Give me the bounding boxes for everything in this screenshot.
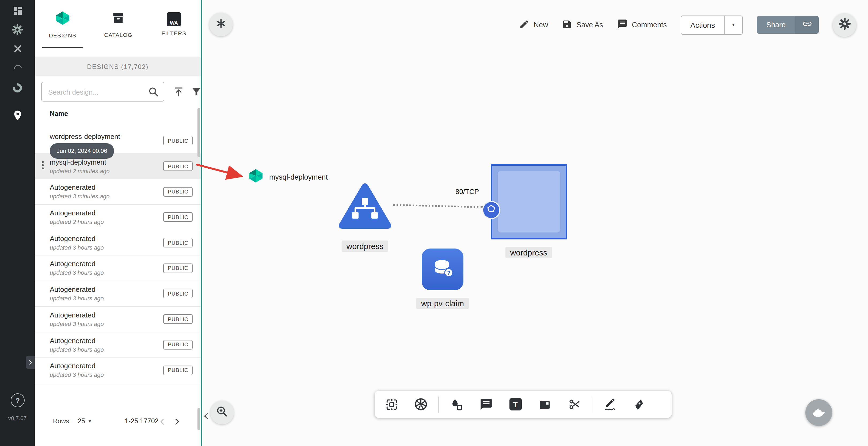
canvas-menu-button[interactable] <box>209 13 233 36</box>
new-label: New <box>533 21 548 29</box>
actions-dropdown-icon[interactable]: ▼ <box>724 15 743 34</box>
gear-icon <box>838 18 850 32</box>
wishes-button[interactable] <box>805 399 832 426</box>
comment-icon <box>617 19 628 31</box>
toolbar-divider <box>438 396 439 412</box>
text-tool-icon[interactable]: T <box>501 391 530 418</box>
visibility-badge: PUBLIC <box>163 162 193 171</box>
wordpress-service-node[interactable] <box>491 164 567 239</box>
mysql-deployment-node[interactable]: mysql-deployment <box>248 169 328 185</box>
comments-button[interactable]: Comments <box>617 19 667 31</box>
nav-rail: ? v0.7.67 <box>0 0 35 446</box>
lifecycle-icon[interactable] <box>0 58 35 75</box>
new-button[interactable]: New <box>519 19 548 31</box>
database-icon: ? <box>430 256 455 283</box>
wordpress-service-node-label[interactable]: wordpress <box>505 247 552 258</box>
design-list-item[interactable]: Autogenerated updated 3 hours ago PUBLIC <box>35 281 201 307</box>
note-tool-icon[interactable] <box>530 391 559 418</box>
lamp-icon <box>811 404 826 421</box>
meshery-logo-icon <box>55 10 71 28</box>
toolbox-icon[interactable] <box>0 40 35 57</box>
search-input[interactable] <box>47 83 148 102</box>
design-updated: updated 3 hours ago <box>50 321 104 327</box>
wordpress-service-node-body <box>498 171 560 233</box>
search-icon[interactable] <box>148 86 159 100</box>
shapes-icon[interactable] <box>442 391 471 418</box>
panel-canvas-divider <box>201 0 202 446</box>
designs-count-header: DESIGNS (17,702) <box>35 57 201 76</box>
design-name: mysql-deployment <box>50 158 106 166</box>
zoom-in-icon <box>216 405 228 420</box>
performance-icon[interactable] <box>0 79 35 96</box>
design-updated: updated 3 hours ago <box>50 295 104 302</box>
dashboard-icon[interactable] <box>0 2 35 19</box>
scissors-icon[interactable] <box>559 391 589 418</box>
component-browser-icon[interactable] <box>377 391 406 418</box>
wp-pv-claim-node-label[interactable]: wp-pv-claim <box>416 298 469 309</box>
design-name: wordpress-deployment <box>50 133 120 141</box>
canvas-topbar: New Save As Comments Actions ▼ Share <box>519 13 856 37</box>
tab-filters[interactable]: WA FILTERS <box>146 0 202 48</box>
service-edge[interactable] <box>393 204 483 208</box>
save-as-button[interactable]: Save As <box>562 19 603 31</box>
prev-page-icon[interactable] <box>157 416 168 427</box>
service-port-badge[interactable] <box>482 201 500 219</box>
catalog-icon <box>111 10 126 28</box>
rows-per-page-select[interactable]: 25 ▼ <box>78 417 92 425</box>
design-updated: updated 3 hours ago <box>50 270 104 276</box>
freehand-draw-icon[interactable] <box>595 391 624 418</box>
tab-catalog[interactable]: CATALOG <box>90 0 146 48</box>
design-updated: updated 2 hours ago <box>50 218 104 225</box>
collapse-panel-icon[interactable] <box>202 408 210 424</box>
save-as-label: Save As <box>577 21 603 29</box>
design-updated: updated 3 hours ago <box>50 244 104 251</box>
help-icon[interactable]: ? <box>11 393 25 407</box>
actions-button[interactable]: Actions <box>681 15 724 34</box>
import-design-icon[interactable] <box>172 85 186 99</box>
list-scrollbar[interactable] <box>197 108 200 157</box>
pen-icon[interactable] <box>624 391 654 418</box>
wordpress-deployment-node[interactable] <box>338 182 392 232</box>
wp-pv-claim-node[interactable]: ? <box>422 248 463 290</box>
tab-filters-label: FILTERS <box>161 30 186 36</box>
next-page-icon[interactable] <box>171 416 183 427</box>
design-list-item[interactable]: Autogenerated updated 3 hours ago PUBLIC <box>35 357 201 383</box>
search-row <box>41 82 197 103</box>
toolbar-divider <box>592 396 592 412</box>
design-name: Autogenerated <box>50 235 95 243</box>
design-list-item[interactable]: Autogenerated updated 3 hours ago PUBLIC <box>35 307 201 332</box>
design-list-item[interactable]: Autogenerated updated 3 hours ago PUBLIC <box>35 332 201 357</box>
pagination-footer: Rows 25 ▼ 1-25 17702 <box>35 413 202 430</box>
canvas-settings-button[interactable] <box>833 13 856 37</box>
design-name: Autogenerated <box>50 260 95 268</box>
date-tooltip: Jun 02, 2024 00:06 <box>50 143 114 159</box>
share-button[interactable]: Share <box>757 16 795 34</box>
settings-icon[interactable] <box>0 21 35 38</box>
tab-designs[interactable]: DESIGNS <box>35 0 90 48</box>
sidebar-expand-button[interactable] <box>26 356 35 369</box>
design-list-item[interactable]: Autogenerated updated 2 hours ago PUBLIC <box>35 205 201 230</box>
design-list-item[interactable]: Autogenerated updated 3 hours ago PUBLIC <box>35 256 201 281</box>
design-name: Autogenerated <box>50 311 95 319</box>
svg-text:?: ? <box>447 270 451 276</box>
comments-label: Comments <box>632 21 667 29</box>
zoom-button[interactable] <box>210 401 234 424</box>
version-label: v0.7.67 <box>0 415 35 421</box>
panel-scrollbar[interactable] <box>197 408 200 430</box>
copy-link-button[interactable] <box>795 16 819 34</box>
tab-designs-label: DESIGNS <box>49 32 76 38</box>
design-list-item[interactable]: Autogenerated updated 3 hours ago PUBLIC <box>35 230 201 256</box>
meshmap-pin-icon[interactable] <box>0 107 35 124</box>
row-menu-icon[interactable] <box>39 160 46 172</box>
canvas-bottom-toolbar: T <box>375 391 672 418</box>
design-list-item[interactable]: Autogenerated updated 3 minutes ago PUBL… <box>35 179 201 205</box>
wordpress-deployment-node-label[interactable]: wordpress <box>342 240 388 252</box>
design-canvas[interactable]: New Save As Comments Actions ▼ Share <box>202 0 868 446</box>
design-name: Autogenerated <box>50 285 95 294</box>
wasm-filters-icon: WA <box>167 12 181 26</box>
kubernetes-icon[interactable] <box>406 391 436 418</box>
design-list: wordpress-deployment PUBLIC mysql-deploy… <box>35 128 201 383</box>
asterisk-icon <box>215 18 227 32</box>
design-name: Autogenerated <box>50 183 95 192</box>
comment-tool-icon[interactable] <box>471 391 501 418</box>
